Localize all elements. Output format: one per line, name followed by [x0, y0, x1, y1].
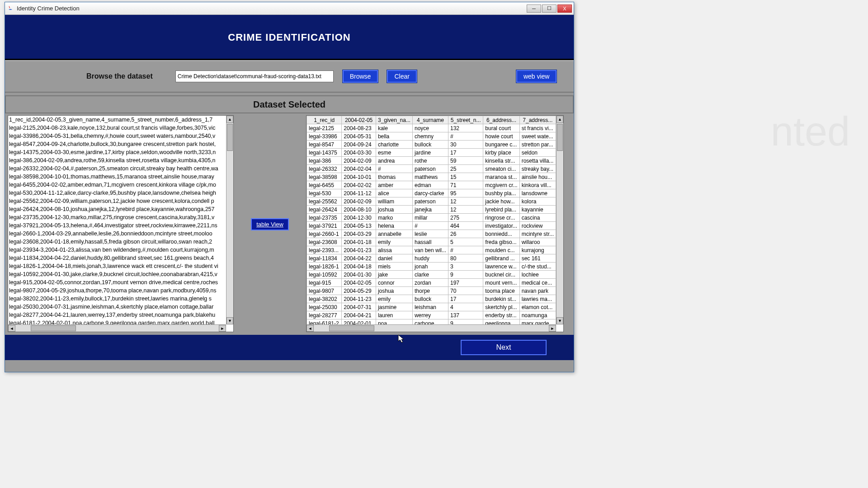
content-row: 1_rec_id,2004-02-05,3_given_name,4_surna…: [5, 113, 574, 335]
raw-horizontal-scrollbar[interactable]: ◄ ►: [8, 324, 226, 332]
table-cell: kinsella str...: [483, 157, 519, 165]
raw-line: legal-386,2004-02-09,andrea,rothe,59,kin…: [9, 156, 232, 164]
scroll-thumb[interactable]: [227, 124, 233, 151]
scroll-thumb[interactable]: [31, 325, 76, 331]
table-cell: lauren: [376, 311, 412, 319]
maximize-button[interactable]: ☐: [542, 5, 557, 13]
table-cell: #: [448, 246, 483, 254]
table-row[interactable]: legal-264242004-08-10joshuajanejka12lyre…: [307, 206, 556, 214]
table-row[interactable]: legal-21252004-08-23kalenoyce132bural co…: [307, 124, 556, 132]
table-vertical-scrollbar[interactable]: ▲ ▼: [556, 116, 563, 324]
scroll-up-arrow-icon[interactable]: ▲: [557, 116, 563, 123]
raw-line: legal-11834,2004-04-22,daniel,huddy,80,g…: [9, 254, 232, 262]
table-row[interactable]: legal-385982004-10-01thomasmatthews15mar…: [307, 173, 556, 181]
column-header[interactable]: 3_given_na...: [376, 116, 412, 124]
scroll-left-arrow-icon[interactable]: ◄: [8, 325, 15, 332]
raw-line: legal-2660-1,2004-03-29,annabelle,leslie…: [9, 230, 232, 238]
close-button[interactable]: X: [557, 5, 572, 13]
table-cell: hassall: [412, 238, 448, 246]
scroll-thumb[interactable]: [329, 325, 374, 331]
table-cell: paterson: [412, 165, 448, 173]
dataset-path-input[interactable]: [175, 70, 334, 82]
table-cell: bullock: [412, 295, 448, 303]
table-cell: paterson: [412, 197, 448, 206]
scroll-down-arrow-icon[interactable]: ▼: [557, 317, 563, 324]
scroll-left-arrow-icon[interactable]: ◄: [307, 325, 314, 332]
column-header[interactable]: 1_rec_id: [307, 116, 342, 124]
web-view-button[interactable]: web view: [516, 70, 557, 83]
table-cell: rothe: [412, 157, 448, 165]
column-header[interactable]: 5_street_n...: [448, 116, 483, 124]
table-row[interactable]: legal-2393...2004-01-23alissavan ben wil…: [307, 246, 556, 254]
table-cell: 95: [448, 189, 483, 197]
raw-text-content[interactable]: 1_rec_id,2004-02-05,3_given_name,4_surna…: [8, 116, 233, 332]
table-row[interactable]: legal-339862004-05-31bellachemny#howie c…: [307, 132, 556, 141]
table-row[interactable]: legal-2660-12004-03-29annabelleleslie26b…: [307, 230, 556, 238]
table-row[interactable]: legal-98072004-05-29joshuathorpe70tooma …: [307, 287, 556, 295]
table-row[interactable]: legal-382022004-11-23emilybullock17burde…: [307, 295, 556, 303]
table-cell: tooma place: [483, 287, 519, 295]
table-cell: leslie: [412, 230, 448, 238]
table-row[interactable]: legal-118342004-04-22danielhuddy80gellib…: [307, 254, 556, 263]
table-cell: legal-28277: [307, 311, 342, 319]
table-cell: legal-11834: [307, 254, 342, 263]
table-cell: enderby str...: [483, 311, 519, 319]
table-cell: lansdowne: [519, 189, 556, 197]
table-cell: chemny: [412, 132, 448, 141]
table-row[interactable]: legal-3862004-02-09andrearothe59kinsella…: [307, 157, 556, 165]
table-cell: 2004-03-29: [342, 230, 376, 238]
table-cell: legal-33986: [307, 132, 342, 141]
table-view-button[interactable]: table View: [251, 218, 289, 230]
table-horizontal-scrollbar[interactable]: ◄ ►: [307, 324, 556, 332]
next-button[interactable]: Next: [461, 340, 547, 355]
table-cell: noa: [376, 319, 412, 325]
table-cell: legal-23735: [307, 214, 342, 222]
scroll-right-arrow-icon[interactable]: ►: [549, 325, 556, 332]
java-icon: [7, 5, 14, 12]
raw-vertical-scrollbar[interactable]: ▲ ▼: [226, 116, 233, 324]
table-row[interactable]: legal-143752004-03-30esmejardine17kirby …: [307, 149, 556, 157]
table-row[interactable]: legal-105922004-01-30jakeclarke9bucknel …: [307, 271, 556, 279]
table-row[interactable]: legal-236082004-01-18emilyhassall5freda …: [307, 238, 556, 246]
table-row[interactable]: legal-263322004-02-04#paterson25smeaton …: [307, 165, 556, 173]
table-cell: gellibrand ...: [483, 254, 519, 263]
table-cell: st francis vi...: [519, 124, 556, 132]
column-header[interactable]: 6_address...: [483, 116, 519, 124]
table-cell: edman: [412, 181, 448, 189]
column-header[interactable]: 4_surname: [412, 116, 448, 124]
scroll-right-arrow-icon[interactable]: ►: [219, 325, 226, 332]
table-cell: 2004-04-21: [342, 311, 376, 319]
table-cell: 17: [448, 295, 483, 303]
table-row[interactable]: legal-64552004-02-02amberedman71mcgivern…: [307, 181, 556, 189]
column-header[interactable]: 2004-02-05: [342, 116, 376, 124]
table-row[interactable]: legal-282772004-04-21laurenwerrey137ende…: [307, 311, 556, 319]
table-row[interactable]: legal-250302004-07-31jasmineleishman4ske…: [307, 303, 556, 311]
table-row[interactable]: legal-237352004-12-30markomillar275ringr…: [307, 214, 556, 222]
table-row[interactable]: legal-6181-22004-02-01noacarbone9geerilo…: [307, 319, 556, 325]
table-row[interactable]: legal-9152004-02-05connorzordan197mount …: [307, 279, 556, 287]
scroll-thumb[interactable]: [557, 124, 563, 151]
table-row[interactable]: legal-255622004-02-09williampaterson12ja…: [307, 197, 556, 206]
table-row[interactable]: legal-85472004-09-24charlottebullock30bu…: [307, 141, 556, 149]
table-cell: 4: [448, 303, 483, 311]
table-cell: millar: [412, 214, 448, 222]
scroll-down-arrow-icon[interactable]: ▼: [226, 317, 233, 324]
titlebar[interactable]: Identity Crime Detection ─ ☐ X: [5, 2, 574, 15]
browse-button[interactable]: Browse: [343, 70, 378, 83]
scroll-up-arrow-icon[interactable]: ▲: [226, 116, 233, 123]
table-cell: legal-25562: [307, 197, 342, 206]
table-row[interactable]: legal-5302004-11-12alicedarcy-clarke95bu…: [307, 189, 556, 197]
table-cell: burdekin st...: [483, 295, 519, 303]
clear-button[interactable]: Clear: [387, 70, 416, 83]
table-cell: 2004-01-30: [342, 271, 376, 279]
data-table[interactable]: 1_rec_id2004-02-053_given_na...4_surname…: [307, 116, 556, 324]
table-row[interactable]: legal-1826-12004-04-18mielsjonah3lawrenc…: [307, 263, 556, 271]
table-cell: 12: [448, 206, 483, 214]
table-cell: thomas: [376, 173, 412, 181]
column-header[interactable]: 7_address...: [519, 116, 556, 124]
table-cell: jonah: [412, 263, 448, 271]
table-row[interactable]: legal-379212004-05-13helena#464investiga…: [307, 222, 556, 230]
table-cell: 2004-02-04: [342, 165, 376, 173]
table-cell: 9: [448, 319, 483, 325]
minimize-button[interactable]: ─: [527, 5, 541, 13]
